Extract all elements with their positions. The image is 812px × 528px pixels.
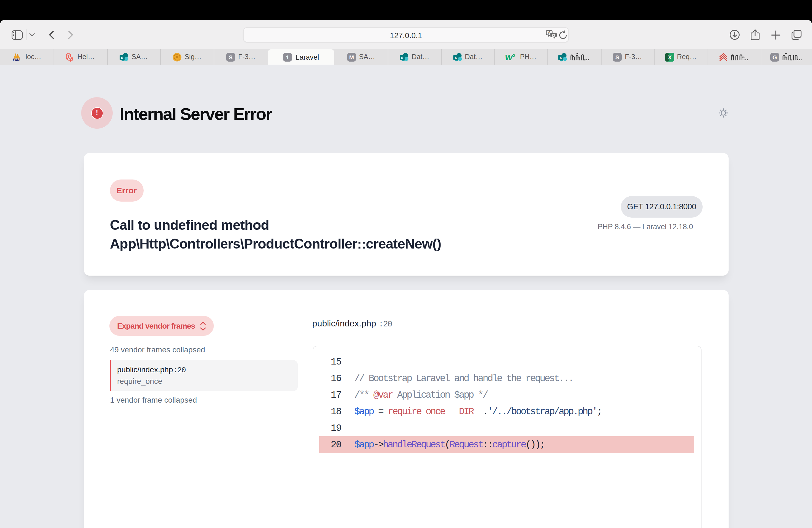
svg-text:s: s [454, 55, 456, 59]
svg-text:s: s [560, 55, 562, 59]
svg-text:s: s [401, 55, 404, 59]
svg-text:s: s [121, 55, 123, 59]
svg-text:PMA: PMA [13, 58, 21, 61]
svg-text:S: S [229, 54, 233, 60]
svg-text:X: X [668, 54, 671, 60]
svg-text:S: S [615, 54, 619, 60]
svg-text:W: W [505, 53, 514, 61]
svg-text:G: G [772, 54, 777, 60]
svg-text:M: M [349, 54, 354, 60]
svg-text:1: 1 [286, 54, 289, 60]
svg-text:3: 3 [513, 53, 516, 58]
svg-text:A: A [548, 30, 551, 34]
